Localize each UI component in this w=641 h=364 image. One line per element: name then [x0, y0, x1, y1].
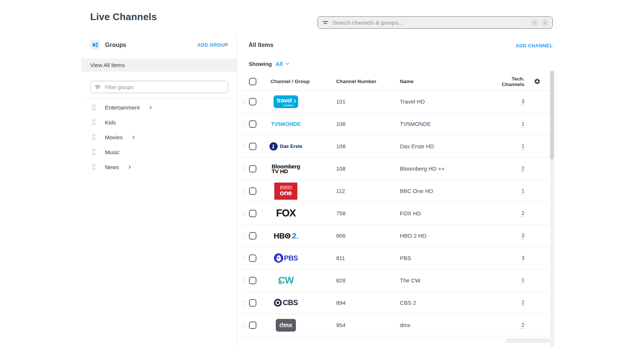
row-checkbox[interactable] [249, 322, 256, 329]
divider [86, 98, 237, 98]
table-row[interactable]: PBS 811 PBS 3 [241, 247, 550, 269]
drag-handle-icon[interactable] [243, 233, 246, 238]
add-group-button[interactable]: ADD GROUP [197, 36, 228, 54]
drag-handle-icon[interactable] [92, 105, 96, 110]
bloomberg-tv-hd-logo: BloombergTV HD [272, 164, 300, 174]
table-row[interactable]: CBS 894 CBS 2 2 [241, 292, 550, 314]
row-checkbox[interactable] [249, 120, 256, 128]
showing-filter: Showing All [249, 61, 289, 67]
drag-handle-icon[interactable] [243, 99, 246, 104]
tv5monde-logo: TV5MONDE [271, 121, 300, 127]
table-row[interactable]: 1Das Erste 108 Das Erste HD 1 [241, 135, 550, 158]
chevron-right-icon[interactable] [148, 105, 152, 109]
sidebar-group-item[interactable]: Movies [81, 130, 237, 145]
filter-groups-input[interactable] [104, 84, 224, 91]
tech-channels-count[interactable]: 2 [521, 322, 524, 329]
row-checkbox[interactable] [249, 254, 256, 262]
drag-handle-icon[interactable] [243, 278, 246, 283]
horizontal-scrollbar-thumb[interactable] [506, 338, 550, 343]
drag-handle-icon[interactable] [92, 120, 96, 125]
sitemap-icon [90, 40, 100, 50]
table-settings-button[interactable] [534, 78, 541, 85]
table-row[interactable]: TV5MONDE 106 TV5MONDE 1 [241, 113, 550, 135]
panel-title: All Items [249, 42, 274, 48]
drag-handle-icon[interactable] [243, 144, 246, 149]
channel-number: 954 [310, 322, 400, 328]
scrollbar-thumb[interactable] [550, 71, 554, 159]
drag-handle-icon[interactable] [243, 189, 246, 194]
view-all-items[interactable]: View All Items [81, 58, 237, 72]
row-checkbox[interactable] [249, 98, 256, 105]
group-label: News [105, 164, 119, 170]
group-list: Entertainment Kids Movies Music News [81, 100, 237, 174]
group-label: Music [105, 149, 120, 155]
row-checkbox[interactable] [249, 187, 256, 195]
channel-name: HBO 2 HD [400, 232, 491, 239]
drag-handle-icon[interactable] [243, 121, 246, 127]
sidebar-group-item[interactable]: News [81, 159, 237, 174]
scrollbar-track[interactable] [550, 70, 554, 346]
group-label: Movies [105, 134, 123, 140]
group-label: Entertainment [105, 104, 140, 111]
info-icon: i [544, 20, 546, 25]
drag-handle-icon[interactable] [92, 164, 96, 170]
row-checkbox[interactable] [249, 232, 256, 240]
sidebar-group-item[interactable]: Kids [81, 115, 237, 130]
channel-name: BBC One HD [400, 188, 491, 194]
tech-channels-count[interactable]: 3 [521, 98, 524, 105]
table-row[interactable]: BloombergTV HD 108 Bloomberg HD ++ 2 [241, 158, 550, 180]
row-checkbox[interactable] [249, 165, 256, 172]
filter-icon [95, 86, 100, 88]
chevron-right-icon[interactable] [127, 165, 131, 169]
table-row[interactable]: FOX 758 FOX HD 2 [241, 202, 550, 225]
tech-channels-count[interactable]: 2 [521, 210, 524, 217]
table-row[interactable]: BBCone 112 BBC One HD 1 [241, 180, 550, 202]
tech-channels-count[interactable]: 1 [521, 143, 524, 150]
chevron-down-icon[interactable] [285, 61, 289, 65]
table-header: Channel / Group Channel Number Name Tech… [241, 73, 550, 91]
drag-handle-icon[interactable] [243, 300, 246, 306]
sidebar-group-item[interactable]: Music [81, 145, 237, 159]
lightning-icon [533, 20, 537, 25]
groups-header: Groups ADD GROUP [81, 36, 237, 54]
drag-handle-icon[interactable] [243, 256, 246, 261]
drag-handle-icon[interactable] [243, 166, 246, 171]
drag-handle-icon[interactable] [243, 211, 246, 216]
channel-number: 806 [310, 232, 400, 239]
lightning-button[interactable] [530, 19, 539, 27]
table-row[interactable]: HBO2 806 HBO 2 HD 3 [241, 225, 550, 247]
tech-channels-count[interactable]: 1 [521, 121, 524, 127]
tech-channels-count[interactable]: 2 [521, 300, 524, 306]
sidebar-group-item[interactable]: Entertainment [81, 100, 237, 115]
global-search[interactable]: i [318, 16, 553, 29]
search-input[interactable] [332, 19, 522, 26]
tech-channels-count[interactable]: 3 [521, 232, 524, 239]
tech-channels-count[interactable]: 2 [521, 165, 524, 172]
filter-groups-field[interactable] [90, 81, 228, 93]
tech-channels-count[interactable]: 3 [521, 255, 524, 262]
table-row[interactable]: CWTHE 828 The CW 1 [241, 269, 550, 292]
row-checkbox[interactable] [249, 299, 256, 307]
row-checkbox[interactable] [249, 277, 256, 284]
tech-channels-count[interactable]: 1 [521, 188, 524, 194]
showing-value-dropdown[interactable]: All [276, 61, 283, 67]
info-button[interactable]: i [541, 19, 549, 27]
table-row[interactable]: dmx 954 dmx 2 [241, 314, 550, 336]
row-checkbox[interactable] [249, 210, 256, 217]
drag-handle-icon[interactable] [92, 149, 96, 155]
cbs-logo: CBS [274, 298, 298, 307]
dmx-logo: dmx [276, 319, 296, 332]
row-checkbox[interactable] [249, 143, 256, 150]
select-all-checkbox[interactable] [249, 78, 256, 85]
drag-handle-icon[interactable] [92, 134, 96, 140]
column-header-name: Name [400, 79, 491, 84]
table-row[interactable]: travelCHANNEL 101 Travel HD 3 [241, 91, 550, 113]
fox-logo: FOX [276, 207, 296, 219]
drag-handle-icon[interactable] [243, 323, 246, 328]
travel-channel-logo: travelCHANNEL [274, 95, 298, 108]
add-channel-button[interactable]: ADD CHANNEL [515, 43, 553, 48]
channel-number: 101 [310, 98, 400, 105]
tech-channels-count[interactable]: 1 [521, 277, 524, 284]
channel-name: Travel HD [400, 98, 491, 105]
chevron-right-icon[interactable] [131, 135, 135, 139]
